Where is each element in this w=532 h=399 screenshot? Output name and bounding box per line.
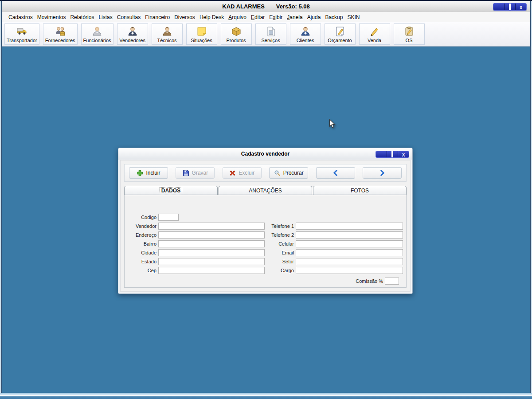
toolbar-orcamento-button[interactable]: Orçamento	[325, 23, 356, 45]
action-label: Procurar	[283, 170, 304, 176]
bairro-row: Bairro	[125, 239, 265, 248]
telefone2-label: Telefone 2	[265, 232, 296, 238]
action-label: Excluir	[239, 170, 254, 176]
maximize-button[interactable]	[387, 151, 398, 157]
toolbar-os-button[interactable]: OS	[394, 23, 425, 45]
window-frame-top	[0, 0, 532, 1]
toolbar-vendedores-button[interactable]: Vendedores	[117, 23, 148, 45]
menu-cadastros[interactable]: Cadastros	[6, 13, 35, 21]
titlebar[interactable]: KAD ALARMES Versão: 5.08 X	[2, 1, 530, 12]
menu-consultas[interactable]: Consultas	[115, 13, 143, 21]
close-button[interactable]: X	[398, 151, 409, 157]
minimize-button[interactable]	[493, 4, 505, 10]
email-input[interactable]	[296, 249, 403, 256]
cargo-input[interactable]	[296, 267, 403, 274]
tab-label: ANOTAÇÕES	[249, 188, 282, 194]
tab-label: DADOS	[160, 188, 182, 194]
toolbar-transportador-button[interactable]: Transportador	[4, 23, 39, 45]
cep-label: Cep	[125, 268, 158, 273]
maximize-button[interactable]	[505, 4, 516, 10]
cep-row: Cep	[125, 266, 265, 275]
endereco-input[interactable]	[158, 231, 265, 239]
menu-help-desk[interactable]: Help Desk	[197, 13, 226, 21]
tab-panel-dados: CodigoVendedorEndereçoBairroCidadeEstado…	[124, 195, 407, 288]
menu-exibir[interactable]: Exibir	[267, 13, 285, 21]
dialog-window-controls: X	[376, 151, 409, 158]
window-frame-left	[0, 1, 2, 394]
dialog-titlebar[interactable]: Cadastro vendedor X	[118, 148, 412, 160]
estado-input[interactable]	[158, 258, 265, 265]
action-label: Gravar	[192, 170, 208, 176]
previous-button[interactable]	[316, 167, 355, 179]
tab-dados[interactable]: DADOS	[124, 186, 218, 195]
toolbar-fornecedores-button[interactable]: Fornecedores	[43, 23, 78, 45]
comissao-input[interactable]	[385, 278, 399, 285]
next-button[interactable]	[363, 167, 402, 179]
tab-fotos[interactable]: FOTOS	[313, 186, 407, 195]
menu-movimentos[interactable]: Movimentos	[35, 13, 68, 21]
delete-icon	[229, 170, 236, 176]
menu-listas[interactable]: Listas	[96, 13, 114, 21]
excluir-button[interactable]: Excluir	[223, 167, 262, 179]
toolbar-tecnicos-button[interactable]: Técnicos	[152, 23, 183, 45]
chevron-left-icon	[332, 170, 339, 176]
menu-skin[interactable]: SKIN	[345, 13, 362, 21]
menu-editar[interactable]: Editar	[249, 13, 267, 21]
toolbar-label: Vendedores	[119, 38, 145, 43]
gravar-button[interactable]: Gravar	[176, 167, 215, 179]
menu-janela[interactable]: Janela	[285, 13, 305, 21]
cidade-input[interactable]	[158, 249, 265, 256]
box-icon	[231, 26, 242, 37]
toolbar-clientes-button[interactable]: Clientes	[290, 23, 321, 45]
close-button[interactable]: X	[516, 4, 526, 10]
app-version: Versão: 5.08	[276, 3, 310, 10]
toolbar-label: Funcionários	[83, 38, 111, 43]
celular-input[interactable]	[296, 240, 403, 247]
incluir-button[interactable]: Incluir	[129, 167, 168, 179]
menu-diversos[interactable]: Diversos	[172, 13, 197, 21]
codigo-row: Codigo	[125, 213, 265, 222]
dialog-tabs: DADOSANOTAÇÕESFOTOS	[124, 186, 407, 195]
comissao-label: Comissão %	[356, 278, 385, 284]
comissao-row: Comissão %	[356, 277, 399, 286]
window-controls: X	[493, 3, 527, 11]
celular-label: Celular	[265, 241, 296, 246]
toolbar-produtos-button[interactable]: Produtos	[221, 23, 252, 45]
setor-input[interactable]	[296, 258, 403, 265]
sticky-note-icon	[196, 26, 207, 37]
cargo-row: Cargo	[265, 266, 403, 275]
dialog-action-bar: IncluirGravarExcluirProcurar	[124, 164, 407, 182]
telefone2-input[interactable]	[296, 231, 403, 239]
menu-financeiro[interactable]: Financeiro	[143, 13, 172, 21]
toolbar-label: OS	[406, 38, 413, 43]
menu-ajuda[interactable]: Ajuda	[305, 13, 323, 21]
cargo-label: Cargo	[265, 268, 296, 273]
toolbar-funcionarios-button[interactable]: Funcionários	[81, 23, 113, 45]
cep-input[interactable]	[158, 267, 265, 274]
document-icon	[265, 26, 277, 37]
tab-anotacoes[interactable]: ANOTAÇÕES	[219, 186, 312, 195]
codigo-input[interactable]	[158, 214, 179, 221]
maximize-icon	[391, 151, 393, 158]
endereco-row: Endereço	[125, 231, 265, 239]
menu-backup[interactable]: Backup	[323, 13, 345, 21]
toolbar-label: Orçamento	[328, 38, 352, 43]
toolbar-label: Técnicos	[157, 38, 177, 43]
menu-arquivo[interactable]: Arquivo	[226, 13, 249, 21]
chevron-right-icon	[379, 170, 385, 176]
bairro-input[interactable]	[158, 240, 265, 247]
email-label: Email	[265, 250, 296, 255]
vendedor-row: Vendedor	[125, 222, 265, 231]
telefone1-input[interactable]	[296, 223, 403, 230]
vendedor-input[interactable]	[158, 223, 265, 230]
toolbar-servicos-button[interactable]: Serviços	[255, 23, 286, 45]
toolbar-venda-button[interactable]: Venda	[359, 23, 390, 45]
toolbar-situacoes-button[interactable]: Situações	[186, 23, 217, 45]
setor-row: Setor	[265, 257, 403, 266]
procurar-button[interactable]: Procurar	[269, 167, 308, 179]
minimize-button[interactable]	[376, 151, 387, 157]
close-icon: X	[520, 3, 523, 11]
menu-relatorios[interactable]: Relatórios	[68, 13, 96, 21]
toolbar-label: Clientes	[297, 38, 314, 43]
plus-icon	[137, 170, 143, 176]
